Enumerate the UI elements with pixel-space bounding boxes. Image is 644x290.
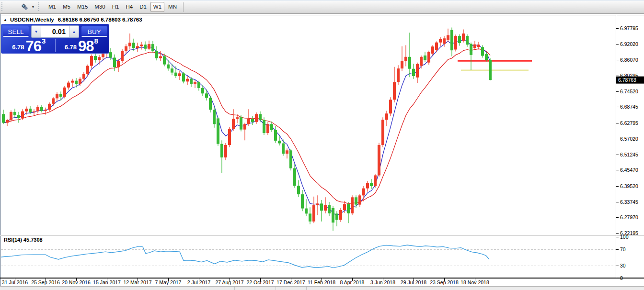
buy-price-big: 98 (78, 40, 93, 53)
sell-price-display[interactable]: 6.78 76 3 (3, 38, 55, 53)
time-axis-label[interactable]: 7 May 2017 (155, 279, 182, 285)
one-click-trading-panel: SELL ▼ ▲ BUY 6.78 76 3 6.78 98 8 (1, 24, 109, 54)
chart-objects-icon[interactable] (20, 2, 30, 12)
price-axis-label[interactable]: 6.97795 (620, 25, 638, 31)
buy-price-display[interactable]: 6.78 98 8 (56, 38, 108, 53)
time-axis-label[interactable]: 23 Sep 2018 (430, 279, 459, 285)
mt4-chart-window: { "toolbar": { "tools_icon": "chart-obje… (0, 0, 644, 290)
sell-button[interactable]: SELL (3, 26, 29, 37)
chevron-down-icon[interactable]: ▼ (30, 5, 36, 9)
price-axis-label[interactable]: 6.68745 (620, 104, 638, 110)
time-axis-label[interactable]: 27 Aug 2017 (216, 279, 244, 285)
buy-button[interactable]: BUY (81, 26, 107, 37)
toolbar-grip[interactable] (1, 2, 3, 12)
sell-price-prefix: 6.78 (12, 44, 24, 51)
timeframe-button-MN[interactable]: MN (165, 2, 180, 12)
time-axis-label[interactable]: 31 Jul 2016 (2, 279, 28, 285)
timeframe-button-M15[interactable]: M15 (74, 2, 91, 12)
timeframe-button-M30[interactable]: M30 (92, 2, 108, 12)
time-axis-label[interactable]: 2 Jul 2017 (187, 279, 211, 285)
time-axis-label[interactable]: 17 Dec 2017 (276, 279, 305, 285)
price-axis-label[interactable]: 6.27970 (620, 214, 638, 220)
timeframe-button-H4[interactable]: H4 (123, 2, 136, 12)
time-axis-label[interactable]: 25 Sep 2016 (31, 279, 60, 285)
current-price-value: 6.78763 (618, 77, 636, 83)
time-axis-label[interactable]: 12 Mar 2017 (124, 279, 152, 285)
buy-price-superscript: 8 (94, 37, 98, 45)
timeframe-button-M1[interactable]: M1 (46, 2, 59, 12)
volume-increase-button[interactable]: ▲ (69, 26, 79, 37)
rsi-pane-area[interactable] (1, 236, 616, 277)
price-axis-label[interactable]: 6.62795 (620, 120, 638, 126)
sell-price-superscript: 3 (42, 37, 46, 45)
timeframe-button-M5[interactable]: M5 (60, 2, 73, 12)
toolbar-grip[interactable] (38, 2, 40, 12)
statusbar-strip (0, 287, 644, 290)
one-click-collapse-arrow-icon[interactable]: ▲ (3, 18, 7, 22)
price-axis-label[interactable]: 6.57020 (620, 136, 638, 142)
price-axis-label[interactable]: 6.51245 (620, 152, 638, 157)
price-axis-label[interactable]: 6.86070 (620, 57, 638, 63)
rsi-level-label: 30 (620, 263, 626, 268)
timeframe-button-W1[interactable]: W1 (150, 2, 164, 12)
time-axis-label[interactable]: 3 Jun 2018 (370, 279, 395, 285)
time-axis-label[interactable]: 18 Nov 2018 (460, 279, 489, 285)
chart-title-bar: ▲ USDCNH,Weekly 6.86186 6.86750 6.78603 … (3, 17, 142, 22)
sell-price-big: 76 (25, 40, 41, 53)
price-axis-label[interactable]: 6.74520 (620, 89, 638, 94)
time-axis-label[interactable]: 11 Feb 2018 (308, 279, 335, 285)
price-axis-label[interactable]: 6.45470 (620, 167, 638, 173)
timeframe-button-D1[interactable]: D1 (137, 2, 150, 12)
time-axis-label[interactable]: 15 Jan 2017 (93, 279, 121, 285)
time-axis-label[interactable]: 22 Oct 2017 (246, 279, 274, 285)
rsi-level-label: 70 (620, 246, 626, 252)
price-axis-label[interactable]: 6.33745 (620, 199, 638, 205)
price-axis-label[interactable]: 6.92020 (620, 41, 638, 47)
time-axis-label[interactable]: 20 Nov 2016 (62, 279, 91, 285)
buy-price-prefix: 6.78 (65, 44, 77, 51)
ohlc-values: 6.86186 6.86750 6.78603 6.78763 (58, 17, 142, 22)
volume-spinner: ▼ ▲ (31, 25, 79, 38)
time-axis-label[interactable]: 29 Jul 2018 (401, 279, 426, 285)
volume-decrease-button[interactable]: ▼ (32, 26, 41, 37)
price-axis-label[interactable]: 6.39520 (620, 183, 638, 189)
rsi-level-label: 100 (620, 234, 629, 240)
time-axis-label[interactable]: 8 Apr 2018 (340, 279, 365, 285)
symbol-title: USDCNH,Weekly (10, 17, 54, 22)
timeframe-button-group: M1M5M15M30H1H4D1W1MN (45, 2, 180, 12)
toolbar: ▼ M1M5M15M30H1H4D1W1MN (0, 0, 644, 14)
volume-input[interactable] (41, 26, 69, 37)
timeframe-button-H1[interactable]: H1 (109, 2, 122, 12)
toolbar-separator (183, 2, 184, 12)
